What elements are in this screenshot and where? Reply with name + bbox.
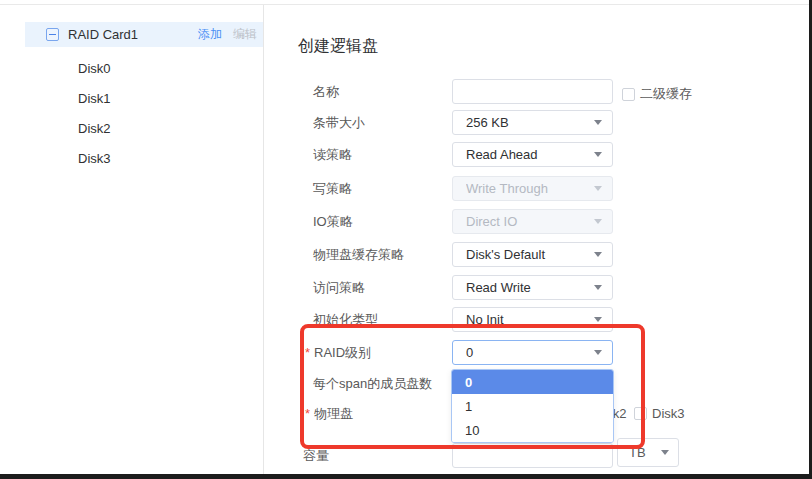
page-title: 创建逻辑盘 bbox=[298, 36, 378, 57]
chevron-down-icon bbox=[594, 252, 602, 257]
pd-cache-policy-select[interactable]: Disk's Default bbox=[452, 242, 613, 267]
access-policy-value: Read Write bbox=[466, 280, 594, 295]
capacity-unit-value: TB bbox=[629, 445, 661, 460]
edit-link[interactable]: 编辑 bbox=[233, 26, 257, 43]
stripe-size-value: 256 KB bbox=[466, 115, 594, 130]
pd-cache-policy-value: Disk's Default bbox=[466, 247, 594, 262]
disk3-checkbox[interactable] bbox=[634, 407, 647, 420]
add-link[interactable]: 添加 bbox=[198, 26, 222, 43]
access-policy-select[interactable]: Read Write bbox=[452, 275, 613, 300]
raid-level-option-0[interactable]: 0 bbox=[452, 370, 613, 394]
chevron-down-icon bbox=[594, 152, 602, 157]
raid-level-option-1[interactable]: 1 bbox=[452, 394, 613, 418]
tree-node-raid-card[interactable]: RAID Card1 添加 编辑 bbox=[25, 22, 263, 47]
capacity-label: 容量 bbox=[303, 443, 329, 468]
write-policy-value: Write Through bbox=[466, 181, 594, 196]
form-row-access-policy: 访问策略 Read Write bbox=[283, 275, 809, 300]
capacity-input[interactable] bbox=[452, 443, 613, 468]
required-mark: * bbox=[305, 345, 310, 360]
chevron-down-icon bbox=[661, 450, 669, 455]
collapse-icon[interactable] bbox=[46, 28, 59, 41]
io-policy-label: IO策略 bbox=[313, 209, 353, 234]
disk3-check-item[interactable]: Disk3 bbox=[634, 406, 680, 421]
init-type-label: 初始化类型 bbox=[313, 307, 378, 332]
form-row-io-policy: IO策略 Direct IO bbox=[283, 209, 809, 234]
pd-cache-policy-label: 物理盘缓存策略 bbox=[313, 242, 404, 267]
name-input[interactable] bbox=[452, 79, 613, 104]
screenshot-bottom-border bbox=[0, 474, 812, 479]
raid-level-dropdown: 0 1 10 bbox=[451, 369, 614, 443]
span-members-label: 每个span的成员盘数 bbox=[313, 371, 432, 396]
form-row-raid-level: * RAID级别 0 bbox=[283, 340, 809, 365]
tree-node-disk1[interactable]: Disk1 bbox=[25, 85, 263, 111]
form-row-pd-cache-policy: 物理盘缓存策略 Disk's Default bbox=[283, 242, 809, 267]
physical-disks-label: * 物理盘 bbox=[305, 401, 353, 426]
secondary-cache-checkbox[interactable] bbox=[622, 88, 635, 101]
chevron-down-icon bbox=[594, 285, 602, 290]
chevron-down-icon bbox=[594, 350, 602, 355]
create-logical-disk-panel: 创建逻辑盘 名称 二级缓存 条带大小 256 KB 读策略 Read Ahea bbox=[283, 5, 809, 474]
form-row-name: 名称 二级缓存 bbox=[283, 79, 809, 104]
raid-tree-sidebar: RAID Card1 添加 编辑 Disk0 Disk1 Disk2 Disk3 bbox=[25, 5, 263, 474]
write-policy-select: Write Through bbox=[452, 176, 613, 201]
raid-level-option-10[interactable]: 10 bbox=[452, 418, 613, 442]
raid-level-select[interactable]: 0 bbox=[452, 340, 613, 365]
form-row-write-policy: 写策略 Write Through bbox=[283, 176, 809, 201]
raid-card-label: RAID Card1 bbox=[68, 27, 187, 42]
capacity-unit-select[interactable]: TB bbox=[617, 438, 679, 467]
read-policy-select[interactable]: Read Ahead bbox=[452, 142, 613, 167]
sidebar-right-border bbox=[263, 5, 264, 474]
init-type-value: No Init bbox=[466, 312, 594, 327]
read-policy-label: 读策略 bbox=[313, 142, 352, 167]
read-policy-value: Read Ahead bbox=[466, 147, 594, 162]
form-row-init-type: 初始化类型 No Init bbox=[283, 307, 809, 332]
tree-node-disk3[interactable]: Disk3 bbox=[25, 145, 263, 171]
write-policy-label: 写策略 bbox=[313, 176, 352, 201]
chevron-down-icon bbox=[594, 219, 602, 224]
tree-node-disk2[interactable]: Disk2 bbox=[25, 115, 263, 141]
init-type-select[interactable]: No Init bbox=[452, 307, 613, 332]
stripe-size-select[interactable]: 256 KB bbox=[452, 110, 613, 135]
raid-config-page: RAID Card1 添加 编辑 Disk0 Disk1 Disk2 Disk3… bbox=[0, 0, 812, 479]
chevron-down-icon bbox=[594, 120, 602, 125]
tree-node-disk0[interactable]: Disk0 bbox=[25, 55, 263, 81]
secondary-cache-label: 二级缓存 bbox=[640, 85, 692, 103]
access-policy-label: 访问策略 bbox=[313, 275, 365, 300]
io-policy-value: Direct IO bbox=[466, 214, 594, 229]
required-mark: * bbox=[305, 406, 310, 421]
stripe-size-label: 条带大小 bbox=[313, 110, 365, 135]
raid-level-label: * RAID级别 bbox=[305, 340, 371, 365]
name-label: 名称 bbox=[313, 79, 339, 104]
form-row-read-policy: 读策略 Read Ahead bbox=[283, 142, 809, 167]
form-row-stripe-size: 条带大小 256 KB bbox=[283, 110, 809, 135]
chevron-down-icon bbox=[594, 186, 602, 191]
form-row-capacity: 容量 bbox=[283, 443, 809, 468]
io-policy-select: Direct IO bbox=[452, 209, 613, 234]
chevron-down-icon bbox=[594, 317, 602, 322]
raid-level-value: 0 bbox=[466, 345, 594, 360]
